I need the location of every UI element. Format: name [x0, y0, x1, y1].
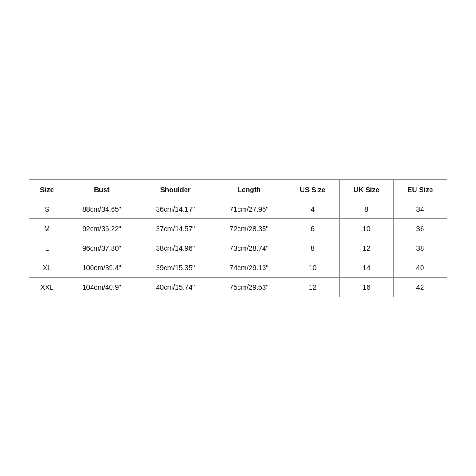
- cell-eu_size: 36: [393, 218, 447, 238]
- cell-bust: 104cm/40.9": [65, 277, 139, 297]
- cell-uk_size: 8: [339, 199, 393, 218]
- size-chart-table: Size Bust Shoulder Length US Size UK Siz…: [29, 179, 447, 297]
- cell-us_size: 10: [286, 258, 339, 277]
- cell-bust: 92cm/36.22": [65, 218, 139, 238]
- cell-uk_size: 12: [339, 238, 393, 258]
- cell-eu_size: 42: [393, 277, 447, 297]
- size-chart-container: Size Bust Shoulder Length US Size UK Siz…: [29, 179, 447, 297]
- col-header-size: Size: [29, 179, 65, 199]
- cell-length: 74cm/29.13": [212, 258, 286, 277]
- table-header-row: Size Bust Shoulder Length US Size UK Siz…: [29, 179, 447, 199]
- cell-shoulder: 40cm/15.74": [139, 277, 212, 297]
- col-header-length: Length: [212, 179, 286, 199]
- cell-length: 73cm/28.74": [212, 238, 286, 258]
- cell-bust: 100cm/39.4": [65, 258, 139, 277]
- cell-shoulder: 37cm/14.57": [139, 218, 212, 238]
- cell-size: M: [29, 218, 65, 238]
- cell-size: XL: [29, 258, 65, 277]
- cell-bust: 88cm/34.65": [65, 199, 139, 218]
- table-row: XXL104cm/40.9"40cm/15.74"75cm/29.53"1216…: [29, 277, 447, 297]
- cell-shoulder: 39cm/15.35": [139, 258, 212, 277]
- cell-eu_size: 34: [393, 199, 447, 218]
- cell-us_size: 8: [286, 238, 339, 258]
- table-row: S88cm/34.65"36cm/14.17"71cm/27.95"4834: [29, 199, 447, 218]
- cell-shoulder: 38cm/14.96": [139, 238, 212, 258]
- col-header-bust: Bust: [65, 179, 139, 199]
- cell-uk_size: 10: [339, 218, 393, 238]
- cell-us_size: 4: [286, 199, 339, 218]
- cell-uk_size: 16: [339, 277, 393, 297]
- col-header-shoulder: Shoulder: [139, 179, 212, 199]
- col-header-us-size: US Size: [286, 179, 339, 199]
- cell-eu_size: 40: [393, 258, 447, 277]
- cell-size: S: [29, 199, 65, 218]
- cell-us_size: 12: [286, 277, 339, 297]
- cell-uk_size: 14: [339, 258, 393, 277]
- col-header-eu-size: EU Size: [393, 179, 447, 199]
- table-row: M92cm/36.22"37cm/14.57"72cm/28.35"61036: [29, 218, 447, 238]
- cell-length: 75cm/29.53": [212, 277, 286, 297]
- table-row: XL100cm/39.4"39cm/15.35"74cm/29.13"10144…: [29, 258, 447, 277]
- col-header-uk-size: UK Size: [339, 179, 393, 199]
- cell-length: 72cm/28.35": [212, 218, 286, 238]
- cell-size: L: [29, 238, 65, 258]
- cell-bust: 96cm/37.80": [65, 238, 139, 258]
- cell-length: 71cm/27.95": [212, 199, 286, 218]
- cell-eu_size: 38: [393, 238, 447, 258]
- cell-size: XXL: [29, 277, 65, 297]
- table-row: L96cm/37.80"38cm/14.96"73cm/28.74"81238: [29, 238, 447, 258]
- cell-us_size: 6: [286, 218, 339, 238]
- cell-shoulder: 36cm/14.17": [139, 199, 212, 218]
